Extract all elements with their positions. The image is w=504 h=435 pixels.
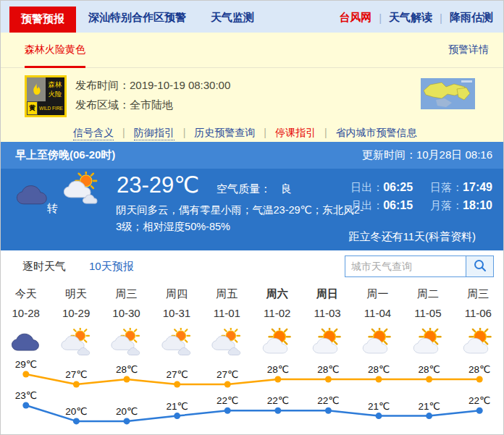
warning-icon-name: 森林火险 bbox=[46, 77, 64, 101]
warning-link-3[interactable]: 历史预警查询 bbox=[194, 127, 255, 138]
svg-text:29℃: 29℃ bbox=[15, 360, 37, 370]
nav-link-rainfall[interactable]: 降雨估测 bbox=[450, 11, 493, 25]
svg-text:21℃: 21℃ bbox=[368, 401, 390, 412]
day-column-10-31[interactable]: 周四 10-31 bbox=[151, 284, 201, 360]
air-quality-label: 空气质量： bbox=[217, 182, 271, 196]
nav-link-interpretation[interactable]: 天气解读 bbox=[389, 11, 432, 25]
day-column-11-01[interactable]: 周五 11-01 bbox=[202, 284, 252, 360]
cloudy-icon bbox=[151, 323, 201, 360]
search-button[interactable] bbox=[466, 255, 494, 277]
warning-section: 森林火险黄色 预警详情 森林火险 黄 WILD FIRE 发布时间：2019-1… bbox=[1, 33, 503, 142]
sun-cloud-icon bbox=[62, 172, 101, 208]
cloudy-icon bbox=[101, 323, 151, 360]
temperature-line: 23-29℃ 空气质量： 良 bbox=[117, 172, 292, 198]
svg-text:27℃: 27℃ bbox=[167, 369, 188, 380]
day-date: 11-03 bbox=[302, 303, 352, 323]
nav-tab-weather-monitor[interactable]: 天气监测 bbox=[198, 11, 266, 33]
day-column-11-04[interactable]: 周一 11-04 bbox=[353, 284, 403, 360]
warning-links: 信号含义|防御指引|历史预警查询|停课指引|省内城市预警信息 bbox=[1, 117, 503, 140]
day-name: 明天 bbox=[51, 284, 101, 303]
overcast-icon bbox=[1, 323, 51, 360]
day-date: 11-04 bbox=[353, 303, 403, 323]
day-column-10-28[interactable]: 今天 10-28 bbox=[1, 284, 51, 360]
svg-text:28℃: 28℃ bbox=[419, 364, 440, 375]
day-name: 周三 bbox=[101, 284, 151, 303]
warning-link-4[interactable]: 停课指引 bbox=[275, 127, 316, 138]
day-date: 10-30 bbox=[101, 303, 151, 323]
day-date: 11-01 bbox=[202, 303, 252, 323]
day-date: 10-31 bbox=[151, 303, 201, 323]
svg-text:22℃: 22℃ bbox=[317, 395, 339, 406]
suncloud-icon bbox=[403, 323, 453, 360]
warning-level-badge: 黄 bbox=[27, 101, 38, 115]
svg-text:22℃: 22℃ bbox=[469, 395, 490, 406]
day-column-11-06[interactable]: 周三 11-06 bbox=[453, 284, 503, 360]
active-tab-underline bbox=[25, 66, 85, 68]
day-date: 11-02 bbox=[252, 303, 302, 323]
warning-body: 森林火险 黄 WILD FIRE 发布时间：2019-10-19 08:30:0… bbox=[1, 68, 503, 117]
search-icon bbox=[473, 258, 487, 275]
svg-text:22℃: 22℃ bbox=[217, 395, 238, 406]
forecast-period-label: 早上至傍晚(06-20时) bbox=[15, 148, 115, 162]
suncloud-icon bbox=[302, 323, 352, 360]
warning-details-link[interactable]: 预警详情 bbox=[448, 43, 489, 56]
day-column-10-30[interactable]: 周三 10-30 bbox=[101, 284, 151, 360]
temperature-chart: 29℃27℃28℃27℃27℃28℃28℃28℃28℃28℃23℃20℃20℃2… bbox=[1, 360, 504, 434]
day-date: 10-28 bbox=[1, 303, 51, 323]
svg-text:27℃: 27℃ bbox=[217, 369, 238, 380]
tab-hourly-weather[interactable]: 逐时天气 bbox=[22, 260, 66, 274]
tab-10day-forecast[interactable]: 10天预报 bbox=[89, 260, 134, 274]
forecast-tab-row: 逐时天气 10天预报 bbox=[1, 250, 503, 282]
forest-fire-warning-icon: 森林火险 黄 WILD FIRE bbox=[25, 75, 67, 117]
current-header: 早上至傍晚(06-20时) 更新时间：10月28日 08:16 bbox=[1, 142, 503, 169]
city-search-input[interactable] bbox=[345, 255, 466, 277]
day-name: 今天 bbox=[1, 284, 51, 303]
sunset: 日落：17:49 bbox=[430, 181, 492, 195]
current-body: 转 23-29℃ 空气质量： 良 阴天间多云，偶有零星小雨；气温23-29℃；东… bbox=[1, 169, 503, 250]
update-time: 更新时间：10月28日 08:16 bbox=[362, 148, 492, 162]
warning-tab-row: 森林火险黄色 预警详情 bbox=[1, 33, 503, 68]
divider: | bbox=[379, 12, 382, 24]
transition-label: 转 bbox=[47, 202, 58, 216]
day-column-10-29[interactable]: 明天 10-29 bbox=[51, 284, 101, 360]
day-column-11-02[interactable]: 周六 11-02 bbox=[252, 284, 302, 360]
svg-text:27℃: 27℃ bbox=[65, 369, 87, 380]
solar-term-note[interactable]: 距立冬还有11天(科普资料) bbox=[348, 230, 476, 244]
day-name: 周五 bbox=[202, 284, 252, 303]
day-name: 周一 bbox=[353, 284, 403, 303]
warning-icon-bottom: 黄 WILD FIRE bbox=[27, 101, 64, 115]
nav-tab-warning-forecast[interactable]: 预警预报 bbox=[9, 7, 76, 33]
city-search bbox=[345, 255, 494, 277]
day-column-11-03[interactable]: 周日 11-03 bbox=[302, 284, 352, 360]
overcast-icon bbox=[15, 183, 50, 209]
air-quality-value: 良 bbox=[281, 182, 292, 196]
warning-tab-label: 森林火险黄色 bbox=[25, 43, 85, 56]
day-column-11-05[interactable]: 周二 11-05 bbox=[403, 284, 453, 360]
publish-area-value: 全市陆地 bbox=[130, 98, 173, 111]
warning-link-5[interactable]: 省内城市预警信息 bbox=[336, 127, 417, 138]
day-name: 周六 bbox=[252, 284, 302, 303]
warning-link-1[interactable]: 信号含义 bbox=[73, 127, 114, 140]
svg-text:28℃: 28℃ bbox=[469, 364, 490, 375]
publish-area-line: 发布区域：全市陆地 bbox=[75, 95, 230, 114]
svg-text:22℃: 22℃ bbox=[267, 395, 289, 406]
suncloud-icon bbox=[353, 323, 403, 360]
suncloud-icon bbox=[252, 323, 302, 360]
sunrise: 日出：06:25 bbox=[350, 181, 413, 195]
publish-time-value: 2019-10-19 08:30:00 bbox=[130, 79, 230, 91]
warning-link-2[interactable]: 防御指引 bbox=[134, 127, 175, 140]
warning-icon-en-label: WILD FIRE bbox=[38, 101, 64, 115]
svg-text:20℃: 20℃ bbox=[116, 406, 138, 417]
nav-link-typhoon[interactable]: 台风网 bbox=[339, 11, 371, 25]
nav-tab-shenshan-warning[interactable]: 深汕特别合作区预警 bbox=[76, 11, 198, 33]
day-date: 11-06 bbox=[453, 303, 503, 323]
svg-text:21℃: 21℃ bbox=[419, 401, 440, 412]
nav-links: 台风网 | 天气解读 | 降雨估测 bbox=[339, 11, 503, 33]
svg-text:28℃: 28℃ bbox=[317, 364, 339, 375]
sun-moon-times: 日出：06:25 日落：17:49 月出：06:15 月落：18:10 bbox=[350, 181, 492, 213]
svg-text:28℃: 28℃ bbox=[267, 364, 289, 375]
current-conditions-section: 早上至傍晚(06-20时) 更新时间：10月28日 08:16 转 23-29℃… bbox=[1, 142, 503, 250]
warning-tab-forest-fire[interactable]: 森林火险黄色 bbox=[25, 33, 85, 67]
moonrise: 月出：06:15 bbox=[350, 199, 413, 213]
forecast-section: 逐时天气 10天预报 今天 10-28 明天 10-29 周三 10-30 周四 bbox=[1, 250, 503, 434]
